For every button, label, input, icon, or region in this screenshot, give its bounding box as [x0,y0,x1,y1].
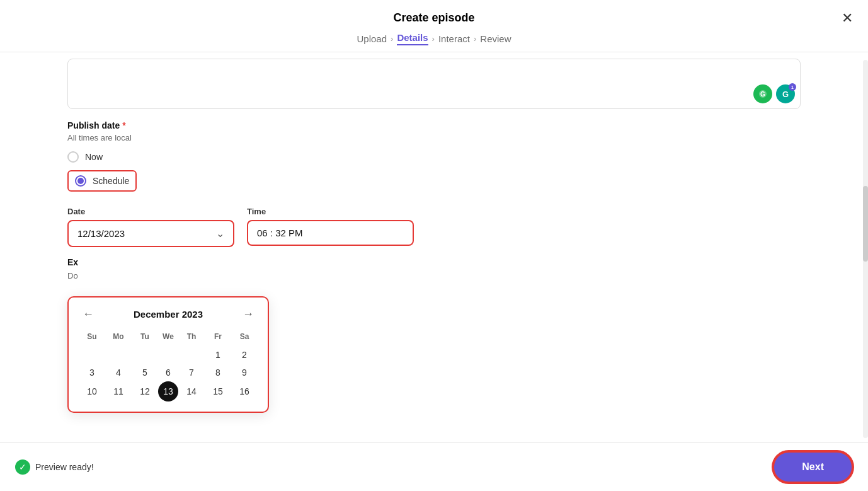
main-content: G G 1 Publish date * All times are local… [0,59,868,280]
calendar-day[interactable]: 14 [178,381,205,401]
header: Create episode Upload › Details › Intera… [0,0,868,52]
scrollbar[interactable] [863,60,868,438]
breadcrumb-interact[interactable]: Interact [438,33,470,44]
prev-month-button[interactable]: ← [79,308,98,321]
calendar-day[interactable]: 10 [79,381,105,401]
calendar-header: ← December 2023 → [79,308,258,321]
calendar-day[interactable]: 13 [158,381,178,401]
day-header-su: Su [79,330,105,346]
breadcrumb-sep-2: › [432,34,435,43]
date-field-group: Date 12/13/2023 ⌄ [67,207,234,247]
close-button[interactable]: ✕ [842,11,853,25]
required-star: * [122,120,125,130]
breadcrumb-sep-3: › [474,34,476,43]
now-option[interactable]: Now [67,151,801,163]
calendar-day[interactable]: 7 [178,364,205,381]
calendar-day[interactable]: 16 [231,381,258,401]
schedule-wrapper: Schedule [67,170,137,192]
time-value: 06 : 32 PM [257,228,303,238]
text-editor-area[interactable]: G G 1 [67,59,801,109]
calendar-day[interactable]: 12 [132,381,158,401]
check-icon: ✓ [15,459,30,475]
day-header-tu: Tu [132,330,158,346]
badge: 1 [789,83,796,91]
editor-icons: G G 1 [753,84,795,103]
calendar-day[interactable]: 2 [231,346,258,364]
publish-date-label: Publish date * [67,120,801,130]
page-title: Create episode [0,11,868,25]
publish-date-sublabel: All times are local [67,133,801,142]
day-header-fr: Fr [205,330,231,346]
day-header-we: We [158,330,178,346]
calendar-grid: Su Mo Tu We Th Fr Sa 1234567891011121314… [79,330,258,401]
plugin-icon: G 1 [776,84,795,103]
schedule-radio[interactable] [75,175,86,187]
now-radio[interactable] [67,151,79,163]
date-picker[interactable]: 12/13/2023 ⌄ [67,220,234,247]
extra-label: Ex [67,257,801,267]
now-label: Now [85,152,103,162]
calendar-day[interactable]: 9 [231,364,258,381]
time-label: Time [247,207,414,216]
grammarly-icon: G [753,84,772,103]
scrollbar-thumb[interactable] [863,186,868,262]
bottom-bar: ✓ Preview ready! Next [0,442,868,491]
date-label: Date [67,207,234,216]
calendar-dropdown[interactable]: ← December 2023 → Su Mo Tu We Th Fr Sa 1… [67,296,269,413]
schedule-label: Schedule [93,176,129,186]
breadcrumb-details[interactable]: Details [397,32,428,45]
extra-sub: Do [67,271,801,280]
preview-status: ✓ Preview ready! [15,459,94,475]
calendar-day[interactable]: 6 [158,364,178,381]
breadcrumb-upload[interactable]: Upload [357,33,387,44]
svg-text:G: G [760,91,765,98]
next-month-button[interactable]: → [239,308,258,321]
breadcrumb: Upload › Details › Interact › Review [0,32,868,52]
date-value: 12/13/2023 [77,228,125,239]
time-picker[interactable]: 06 : 32 PM [247,220,414,246]
calendar-day[interactable]: 5 [132,364,158,381]
date-time-row: Date 12/13/2023 ⌄ Time 06 : 32 PM [67,207,801,247]
calendar-day[interactable]: 11 [105,381,132,401]
time-field-group: Time 06 : 32 PM [247,207,414,247]
day-header-th: Th [178,330,205,346]
calendar-day[interactable]: 1 [205,346,231,364]
schedule-option[interactable]: Schedule [67,170,801,192]
preview-text: Preview ready! [35,462,94,472]
calendar-month-year: December 2023 [134,309,203,320]
calendar-day[interactable]: 8 [205,364,231,381]
extra-section: Ex Do [67,257,801,280]
day-header-sa: Sa [231,330,258,346]
breadcrumb-sep-1: › [391,34,393,43]
next-button[interactable]: Next [773,451,853,483]
day-header-mo: Mo [105,330,132,346]
calendar-day[interactable]: 4 [105,364,132,381]
breadcrumb-review[interactable]: Review [480,33,511,44]
calendar-day[interactable]: 15 [205,381,231,401]
chevron-down-icon: ⌄ [216,228,224,240]
calendar-day[interactable]: 3 [79,364,105,381]
publish-options: Now Schedule [67,151,801,192]
